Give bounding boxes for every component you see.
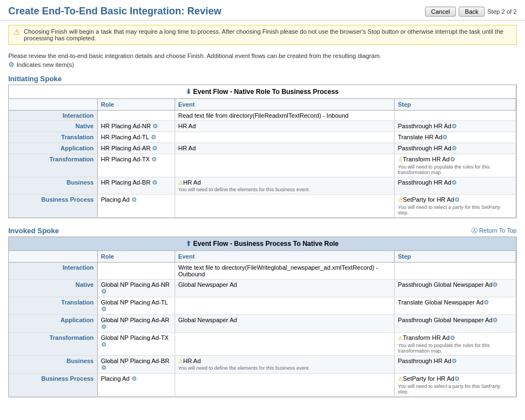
row-step-1: Passthrough HR Ad⚙ — [395, 121, 516, 132]
row-role-6: Placing Ad ⚙ — [97, 195, 175, 218]
row-event-0: Write text file to directory(FileWritegl… — [175, 262, 395, 280]
cancel-button[interactable]: Cancel — [425, 7, 456, 17]
info-line1: Please review the end-to-end basic integ… — [8, 53, 517, 59]
gear-icon[interactable]: ⚙ — [101, 341, 107, 348]
invoked-spoke-table: ⬆ Event Flow - Business Process To Nativ… — [8, 237, 517, 397]
row-role-3: Global NP Placing Ad-AR ⚙ — [97, 315, 175, 333]
gear-icon[interactable]: ⚙ — [152, 179, 158, 186]
step-note: You will need to populate the rules for … — [398, 343, 512, 354]
event-note: You will need to define the elements for… — [179, 187, 391, 192]
row-step-4: ⚠Transform HR Ad⚙You will need to popula… — [395, 154, 516, 177]
page-title: Create End-To-End Basic Integration: Rev… — [8, 6, 222, 17]
header-actions: Cancel Back Step 2 of 2 — [425, 7, 517, 17]
initiating-event-flow-header: ⬇ Event Flow - Native Role To Business P… — [9, 85, 516, 99]
row-step-6: ⚠SetParty for HR Ad⚙You will need to sel… — [395, 195, 516, 218]
row-step-1: Passthrough Global Newspaper Ad⚙ — [395, 280, 516, 297]
row-role-3: HR Placing Ad-AR ⚙ — [97, 143, 175, 154]
row-label-0: Interaction — [9, 262, 97, 280]
gear-icon[interactable]: ⚙ — [151, 134, 156, 140]
row-label-5: Business — [9, 356, 97, 374]
row-role-0 — [97, 111, 175, 121]
back-button[interactable]: Back — [459, 7, 484, 17]
col-header-event-invoked: Event — [175, 251, 395, 262]
initiating-spoke-table: ⬇ Event Flow - Native Role To Business P… — [8, 85, 517, 218]
warning-icon: ⚠ — [179, 180, 183, 186]
row-role-1: Global NP Placing Ad-NR ⚙ — [97, 280, 175, 297]
row-step-5: Passthrough HR Ad⚙ — [395, 356, 516, 374]
row-event-4 — [175, 154, 395, 177]
row-label-4: Transformation — [9, 333, 97, 356]
gear-icon[interactable]: ⚙ — [454, 375, 460, 382]
invoked-spoke-header: Invoked Spoke — [8, 227, 59, 235]
gear-icon[interactable]: ⚙ — [450, 156, 455, 162]
step-note: You will need to select a party for this… — [398, 384, 512, 395]
row-event-4 — [175, 333, 395, 356]
return-to-top-link[interactable]: Ⓐ Return To Top — [471, 227, 517, 235]
gear-icon[interactable]: ⚙ — [452, 358, 457, 364]
gear-icon[interactable]: ⚙ — [492, 317, 498, 323]
up-arrow-icon: ⬆ — [186, 240, 191, 248]
warning-icon: ⚠ — [398, 335, 403, 341]
gear-icon[interactable]: ⚙ — [101, 364, 107, 371]
row-role-1: HR Placing Ad-NR ⚙ — [97, 121, 175, 132]
gear-icon[interactable]: ⚙ — [452, 179, 457, 186]
row-label-6: Business Process — [9, 195, 97, 218]
row-label-3: Application — [9, 315, 97, 333]
gear-icon[interactable]: ⚙ — [484, 299, 489, 306]
col-header-role-invoked — [9, 251, 97, 262]
new-item-icon: ⚙ — [8, 61, 14, 69]
row-event-5: ⚠HR AdYou will need to define the elemen… — [175, 177, 395, 195]
row-step-0 — [395, 111, 516, 121]
row-label-2: Translation — [9, 297, 97, 315]
col-header-role-name-invoked: Role — [97, 251, 175, 262]
row-role-5: Global NP Placing Ad-BR ⚙ — [97, 356, 175, 374]
gear-icon[interactable]: ⚙ — [132, 375, 137, 382]
row-step-2: Translate HR Ad⚙ — [395, 132, 516, 143]
row-label-1: Native — [9, 280, 97, 297]
gear-icon[interactable]: ⚙ — [132, 196, 137, 203]
row-role-2: Global NP Placing Ad-TL ⚙ — [97, 297, 175, 315]
row-step-5: Passthrough HR Ad⚙ — [395, 177, 516, 195]
gear-icon[interactable]: ⚙ — [450, 334, 455, 341]
row-event-2 — [175, 297, 395, 315]
warning-icon: ⚠ — [398, 376, 403, 382]
col-header-role-init — [9, 99, 97, 111]
warning-icon: ⚠ — [398, 197, 403, 203]
row-event-1: Global Newspaper Ad — [175, 280, 395, 297]
info-section: Please review the end-to-end basic integ… — [0, 49, 525, 72]
row-role-4: Global NP Placing Ad-TX ⚙ — [97, 333, 175, 356]
row-label-3: Application — [9, 143, 97, 154]
gear-icon[interactable]: ⚙ — [152, 145, 158, 151]
row-role-2: HR Placing Ad-TL ⚙ — [97, 132, 175, 143]
gear-icon[interactable]: ⚙ — [454, 196, 460, 203]
row-step-6: ⚠SetParty for HR Ad⚙You will need to sel… — [395, 374, 516, 397]
row-step-3: Passthrough Global Newspaper Ad⚙ — [395, 315, 516, 333]
gear-icon[interactable]: ⚙ — [452, 145, 457, 151]
row-step-4: ⚠Transform HR Ad⚙You will need to popula… — [395, 333, 516, 356]
row-step-2: Translate Global Newspaper Ad⚙ — [395, 297, 516, 315]
row-event-0: Read text file from directory(FileReadxm… — [175, 111, 395, 121]
gear-icon[interactable]: ⚙ — [101, 306, 107, 312]
row-event-2 — [175, 132, 395, 143]
gear-icon[interactable]: ⚙ — [442, 134, 448, 140]
warning-icon: ⚠ — [179, 358, 183, 364]
row-role-5: HR Placing Ad-BR ⚙ — [97, 177, 175, 195]
gear-icon[interactable]: ⚙ — [492, 281, 498, 288]
row-event-1: HR Ad — [175, 121, 395, 132]
row-label-5: Business — [9, 177, 97, 195]
invoked-event-flow-header: ⬆ Event Flow - Business Process To Nativ… — [9, 237, 516, 251]
gear-icon[interactable]: ⚙ — [101, 288, 107, 295]
gear-icon[interactable]: ⚙ — [101, 323, 107, 330]
invoked-spoke-section: Invoked Spoke Ⓐ Return To Top — [0, 224, 525, 237]
row-event-6 — [175, 195, 395, 218]
gear-icon[interactable]: ⚙ — [151, 156, 157, 162]
gear-icon[interactable]: ⚙ — [153, 123, 158, 129]
gear-icon[interactable]: ⚙ — [452, 123, 457, 129]
row-role-6: Placing Ad ⚙ — [97, 374, 175, 397]
event-note: You will need to define the elements for… — [179, 365, 391, 371]
step-note: You will need to populate the rules for … — [398, 164, 512, 175]
return-icon: Ⓐ — [471, 227, 477, 234]
warning-text: Choosing Finish will begin a task that m… — [24, 28, 512, 41]
warning-bar: ⚠ Choosing Finish will begin a task that… — [8, 25, 517, 45]
initiating-spoke-header: Initiating Spoke — [0, 72, 525, 85]
